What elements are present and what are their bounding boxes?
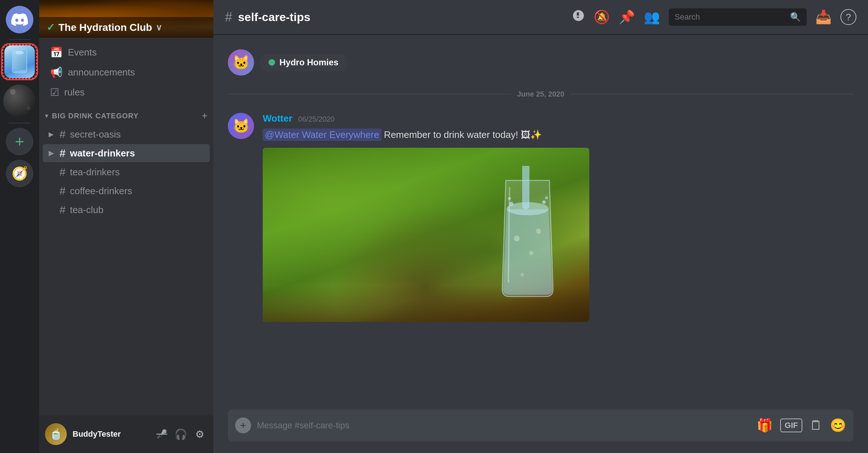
add-attachment-button[interactable]: + [235, 417, 251, 433]
message-avatar: 🐱 [228, 113, 254, 139]
discord-logo[interactable] [6, 6, 33, 33]
channel-header-name: self-care-tips [238, 11, 310, 24]
channel-item-rules[interactable]: ☑ rules [43, 83, 210, 102]
gift-icon[interactable]: 🎁 [757, 418, 773, 433]
members-icon[interactable]: 👥 [644, 9, 660, 25]
username-text: BuddyTester [73, 429, 148, 439]
channel-name-water-drinkers: water-drinkers [70, 148, 135, 159]
message-timestamp: 06/25/2020 [298, 115, 335, 123]
server-checkmark: ✓ [46, 21, 55, 33]
message-image [263, 148, 589, 322]
channel-settings-icon[interactable] [572, 9, 585, 25]
announcements-label: announcements [68, 67, 135, 78]
online-indicator [269, 59, 275, 66]
channel-name-tea-club: tea-club [70, 204, 104, 216]
message-group: 🐱 Wotter 06/25/2020 @Water Water Everywh… [213, 107, 868, 328]
message-content: Wotter 06/25/2020 @Water Water Everywher… [263, 113, 853, 322]
status-user-name: Hydro Homies [279, 57, 339, 68]
message-input-placeholder[interactable]: Message #self-care-tips [257, 420, 751, 430]
top-bar: # self-care-tips 🔕 📌 👥 Search 🔍 📥 ? [213, 0, 868, 35]
add-server-button[interactable]: + [6, 128, 33, 155]
channel-tea-club[interactable]: # tea-club [43, 201, 210, 219]
channel-name-secret-oasis: secret-oasis [70, 129, 121, 140]
rules-label: rules [64, 87, 85, 98]
channel-header: # self-care-tips [225, 9, 310, 25]
mute-button[interactable]: 🎤 [154, 426, 170, 442]
mute-channel-icon[interactable]: 🔕 [594, 9, 610, 25]
messages-area: 🐱 Hydro Homies June 25, 2020 🐱 Wotter 06… [213, 35, 868, 409]
message-body: Remember to drink water today! 🖼✨ [384, 129, 542, 140]
channel-item-events[interactable]: 📅 Events [43, 43, 210, 62]
channel-collapse-arrow: ▶ [49, 130, 54, 138]
rules-icon: ☑ [50, 86, 59, 98]
gif-button[interactable]: GIF [780, 419, 802, 432]
svg-point-13 [545, 196, 548, 199]
message-mention[interactable]: @Water Water Everywhere [263, 128, 381, 141]
channel-collapse-arrow-2: ▶ [49, 149, 54, 157]
status-bar: 🐱 Hydro Homies [213, 44, 868, 81]
search-icon: 🔍 [790, 12, 801, 22]
category-add-button[interactable]: + [202, 110, 208, 122]
status-avatar: 🐱 [228, 49, 254, 76]
hash-icon-3: # [60, 166, 66, 178]
svg-point-8 [520, 273, 524, 277]
svg-point-7 [529, 251, 533, 255]
help-icon[interactable]: ? [840, 9, 856, 25]
date-label: June 25, 2020 [517, 90, 564, 98]
message-username: Wotter [263, 113, 292, 124]
hash-icon-2: # [60, 147, 66, 159]
server-dropdown-arrow[interactable]: ∨ [156, 23, 162, 33]
svg-point-2 [15, 51, 24, 54]
pin-icon[interactable]: 📌 [619, 9, 635, 25]
category-header[interactable]: ▾ BIG DRINK CATEGORY + [39, 103, 213, 125]
user-info: BuddyTester [73, 429, 148, 439]
channel-item-announcements[interactable]: 📢 announcements [43, 63, 210, 82]
svg-point-9 [536, 229, 541, 234]
message-input-box: + Message #self-care-tips 🎁 GIF 🗒 😊 [228, 409, 853, 441]
announcements-icon: 📢 [50, 66, 63, 78]
server-divider [9, 39, 30, 40]
inbox-icon[interactable]: 📥 [815, 9, 832, 25]
server-title-bar: ✓ The Hydration Club ∨ [39, 17, 213, 38]
channel-hash-symbol: # [225, 9, 232, 25]
sticker-icon[interactable]: 🗒 [810, 418, 823, 433]
server-sidebar: + 🧭 [0, 0, 39, 453]
channel-name-coffee-drinkers: coffee-drinkers [70, 185, 132, 197]
category-collapse-arrow: ▾ [45, 112, 48, 120]
svg-point-11 [542, 200, 546, 204]
channel-water-drinkers[interactable]: ▶ # water-drinkers [43, 144, 210, 162]
hash-icon: # [60, 128, 66, 140]
emoji-icon[interactable]: 😊 [830, 418, 846, 433]
svg-rect-5 [522, 166, 529, 209]
top-bar-actions: 🔕 📌 👥 Search 🔍 📥 ? [572, 8, 856, 26]
events-icon: 📅 [50, 46, 63, 58]
server-header[interactable]: ✓ The Hydration Club ∨ [39, 0, 213, 38]
category-name: BIG DRINK CATEGORY [52, 112, 198, 120]
search-placeholder-text: Search [675, 12, 786, 22]
headset-button[interactable]: 🎧 [173, 426, 189, 442]
search-bar[interactable]: Search 🔍 [669, 8, 807, 26]
input-actions: 🎁 GIF 🗒 😊 [757, 418, 846, 433]
channel-list: 📅 Events 📢 announcements ☑ rules ▾ BIG D… [39, 38, 213, 415]
user-avatar: 🍵 [45, 423, 67, 445]
channel-secret-oasis[interactable]: ▶ # secret-oasis [43, 125, 210, 143]
main-content: # self-care-tips 🔕 📌 👥 Search 🔍 📥 ? 🐱 [213, 0, 868, 453]
server-name: ✓ The Hydration Club ∨ [46, 21, 162, 33]
explore-servers-button[interactable]: 🧭 [6, 160, 33, 187]
date-line-left [228, 94, 511, 94]
message-text: @Water Water Everywhere Remember to drin… [263, 128, 853, 142]
user-controls: 🎤 🎧 ⚙ [154, 426, 208, 442]
server-icon-dark[interactable] [2, 83, 37, 118]
svg-point-6 [514, 236, 520, 241]
hash-icon-4: # [60, 185, 66, 197]
channel-coffee-drinkers[interactable]: # coffee-drinkers [43, 182, 210, 200]
status-pill: Hydro Homies [260, 54, 347, 71]
settings-button[interactable]: ⚙ [192, 426, 208, 442]
channel-tea-drinkers[interactable]: # tea-drinkers [43, 163, 210, 181]
server-name-text: The Hydration Club [58, 22, 152, 33]
server-icon-water[interactable] [2, 44, 37, 79]
hash-icon-5: # [60, 204, 66, 216]
user-panel: 🍵 BuddyTester 🎤 🎧 ⚙ [39, 415, 213, 453]
events-label: Events [68, 47, 97, 58]
water-glass-graphic [488, 166, 568, 304]
